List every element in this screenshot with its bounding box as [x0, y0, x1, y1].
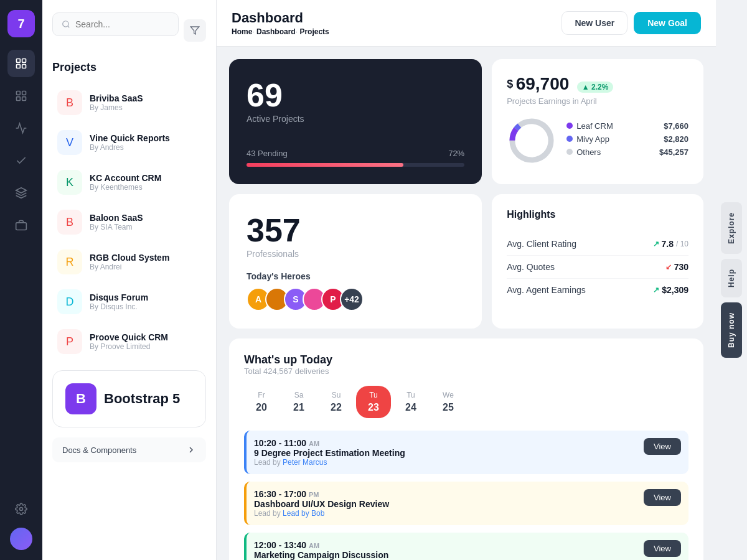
- view-button[interactable]: View: [644, 489, 681, 506]
- calendar-day[interactable]: Tu 24: [393, 386, 428, 418]
- sidebar-item-settings[interactable]: [7, 495, 35, 523]
- highlights-title: Highlights: [507, 209, 688, 220]
- professionals-label: Professionals: [247, 249, 464, 259]
- earnings-card: $ 69,700 ▲ 2.2% Projects Earnings in Apr…: [492, 59, 703, 184]
- event-title: Dashboard UI/UX Design Review: [254, 499, 389, 509]
- highlight-value: ↙ 730: [665, 262, 688, 272]
- filter-button[interactable]: [184, 19, 206, 42]
- earnings-badge: ▲ 2.2%: [577, 82, 614, 93]
- earnings-amount: 69,700: [516, 74, 570, 93]
- project-by: By Andrei: [90, 263, 201, 271]
- highlight-name: Avg. Agent Earnings: [507, 285, 586, 295]
- active-projects-number: 69: [247, 77, 464, 114]
- project-item[interactable]: V Vine Quick Reports By Andres: [52, 124, 206, 161]
- event-view-area: View: [644, 438, 681, 455]
- project-item[interactable]: R RGB Cloud System By Andrei: [52, 243, 206, 281]
- event-lead-link[interactable]: Lead by Bob: [283, 509, 324, 518]
- docs-bar[interactable]: Docs & Components: [52, 437, 206, 462]
- project-by: By Disqus Inc.: [90, 302, 201, 311]
- legend-value: $2,820: [659, 134, 688, 144]
- project-item[interactable]: B Briviba SaaS By James: [52, 84, 206, 121]
- project-info: Briviba SaaS By James: [90, 93, 201, 112]
- project-name: KC Account CRM: [90, 173, 201, 183]
- event-lead: Lead by Lead by Bob: [254, 509, 389, 518]
- event-lead-link[interactable]: Peter Marcus: [283, 458, 327, 467]
- project-info: KC Account CRM By Keenthemes: [90, 173, 201, 192]
- legend-label: Mivy App: [576, 134, 609, 144]
- earnings-label: Projects Earnings in April: [507, 96, 688, 106]
- professionals-number: 357: [247, 212, 464, 249]
- legend-value: $7,660: [659, 121, 688, 131]
- events-list: 10:20 - 11:00 AM 9 Degree Project Estima…: [244, 431, 688, 560]
- sidebar-item-charts[interactable]: [7, 114, 35, 142]
- trend-down-icon: ↙: [665, 263, 672, 271]
- new-user-button[interactable]: New User: [561, 11, 627, 35]
- legend-item: Others: [566, 147, 649, 157]
- project-item[interactable]: P Proove Quick CRM By Proove Limited: [52, 323, 206, 360]
- event-ampm: AM: [309, 440, 319, 447]
- highlight-row: Avg. Client Rating ↗ 7.8 / 10: [507, 233, 688, 256]
- project-logo: R: [57, 250, 82, 274]
- svg-marker-8: [16, 188, 27, 193]
- legend-label: Others: [576, 147, 601, 157]
- calendar-day[interactable]: We 25: [431, 386, 466, 418]
- help-tab[interactable]: Help: [721, 259, 742, 297]
- project-logo: D: [57, 289, 82, 314]
- project-item[interactable]: D Disqus Forum By Disqus Inc.: [52, 283, 206, 320]
- sidebar-item-dashboard[interactable]: [7, 50, 35, 77]
- highlight-suffix: / 10: [676, 240, 688, 248]
- bootstrap-label: Bootstrap 5: [104, 391, 180, 407]
- highlight-value: ↗ $2,309: [653, 285, 688, 295]
- day-number: 25: [438, 402, 458, 413]
- legend-dot: [566, 149, 573, 155]
- view-button[interactable]: View: [644, 540, 681, 557]
- event-time-block: 10:20 - 11:00 AM 9 Degree Project Estima…: [254, 438, 405, 467]
- active-projects-card: 69 Active Projects 43 Pending 72%: [229, 59, 482, 184]
- mid-row: 357 Professionals Today's Heroes ASP+42 …: [229, 194, 703, 329]
- calendar-day[interactable]: Su 22: [319, 386, 354, 418]
- new-goal-button[interactable]: New Goal: [634, 12, 701, 34]
- highlight-row: Avg. Quotes ↙ 730: [507, 256, 688, 279]
- projects-list: B Briviba SaaS By James V Vine Quick Rep…: [52, 84, 206, 360]
- project-by: By James: [90, 103, 201, 112]
- svg-marker-13: [190, 27, 199, 34]
- search-bar: [52, 12, 179, 36]
- page-title: Dashboard: [232, 10, 329, 26]
- project-name: Briviba SaaS: [90, 93, 201, 103]
- sidebar-item-layers[interactable]: [7, 179, 35, 207]
- event-view-area: View: [644, 489, 681, 506]
- project-item[interactable]: B Baloon SaaS By SIA Team: [52, 203, 206, 241]
- buy-now-tab[interactable]: Buy now: [721, 302, 742, 358]
- legend: Leaf CRMMivy AppOthers: [566, 121, 649, 161]
- project-logo: P: [57, 329, 82, 354]
- bootstrap-card[interactable]: B Bootstrap 5: [52, 370, 206, 427]
- sidebar-item-tasks[interactable]: [7, 147, 35, 174]
- calendar-day[interactable]: Sa 21: [281, 386, 316, 418]
- sidebar-avatar[interactable]: 7: [7, 10, 35, 37]
- event-time: 10:20 - 11:00 AM: [254, 438, 405, 448]
- event-view-area: View: [644, 540, 681, 557]
- view-button[interactable]: View: [644, 438, 681, 455]
- sidebar-item-briefcase[interactable]: [7, 212, 35, 239]
- sidebar-item-analytics[interactable]: [7, 82, 35, 110]
- calendar-day[interactable]: Tu 23: [356, 386, 391, 418]
- svg-rect-4: [17, 91, 21, 95]
- explore-tab[interactable]: Explore: [721, 202, 742, 254]
- calendar-day[interactable]: Fr 20: [244, 386, 279, 418]
- search-input[interactable]: [75, 19, 169, 29]
- day-name: We: [438, 391, 458, 399]
- project-info: Baloon SaaS By SIA Team: [90, 213, 201, 231]
- breadcrumb: Home· Dashboard· Projects: [232, 27, 329, 36]
- user-avatar[interactable]: [10, 528, 32, 550]
- svg-rect-3: [22, 65, 26, 68]
- hero-avatar: +42: [340, 287, 364, 311]
- top-row: 69 Active Projects 43 Pending 72% $ 69,7…: [229, 59, 703, 184]
- project-item[interactable]: K KC Account CRM By Keenthemes: [52, 164, 206, 201]
- highlight-value: ↗ 7.8 / 10: [653, 239, 688, 249]
- legend-label: Leaf CRM: [576, 121, 613, 131]
- highlight-name: Avg. Client Rating: [507, 239, 576, 249]
- legend-values: $7,660$2,820$45,257: [659, 121, 688, 161]
- project-logo: B: [57, 90, 82, 115]
- project-name: RGB Cloud System: [90, 253, 201, 263]
- svg-rect-7: [22, 97, 26, 101]
